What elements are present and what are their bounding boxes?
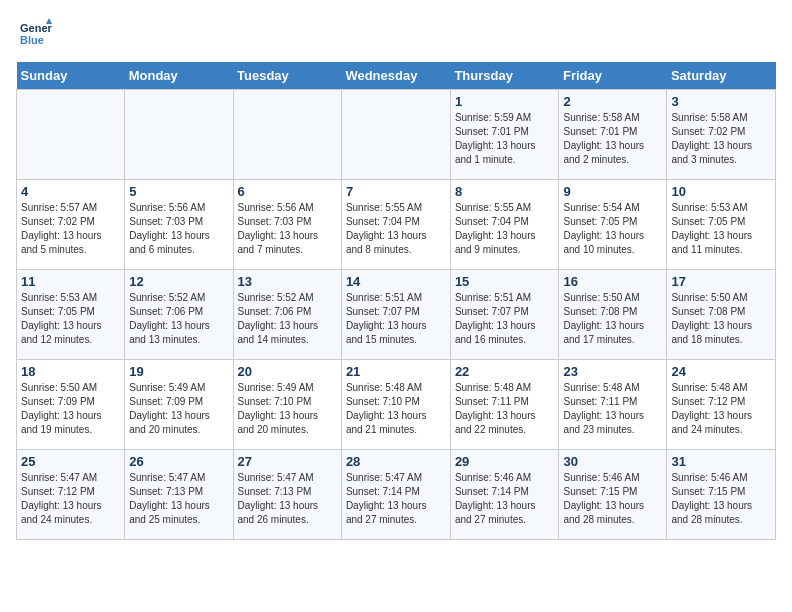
day-info: Sunrise: 5:57 AM Sunset: 7:02 PM Dayligh…: [21, 201, 120, 257]
day-number: 17: [671, 274, 771, 289]
calendar-cell: 28Sunrise: 5:47 AM Sunset: 7:14 PM Dayli…: [341, 450, 450, 540]
calendar-cell: 27Sunrise: 5:47 AM Sunset: 7:13 PM Dayli…: [233, 450, 341, 540]
day-number: 11: [21, 274, 120, 289]
calendar-cell: 13Sunrise: 5:52 AM Sunset: 7:06 PM Dayli…: [233, 270, 341, 360]
calendar-cell: 18Sunrise: 5:50 AM Sunset: 7:09 PM Dayli…: [17, 360, 125, 450]
day-number: 13: [238, 274, 337, 289]
day-number: 15: [455, 274, 555, 289]
calendar-cell: [233, 90, 341, 180]
day-number: 6: [238, 184, 337, 199]
day-info: Sunrise: 5:47 AM Sunset: 7:13 PM Dayligh…: [238, 471, 337, 527]
svg-text:Blue: Blue: [20, 34, 44, 46]
calendar-cell: 6Sunrise: 5:56 AM Sunset: 7:03 PM Daylig…: [233, 180, 341, 270]
day-info: Sunrise: 5:48 AM Sunset: 7:10 PM Dayligh…: [346, 381, 446, 437]
day-info: Sunrise: 5:51 AM Sunset: 7:07 PM Dayligh…: [455, 291, 555, 347]
day-info: Sunrise: 5:46 AM Sunset: 7:14 PM Dayligh…: [455, 471, 555, 527]
calendar-cell: [341, 90, 450, 180]
day-number: 10: [671, 184, 771, 199]
week-row-3: 11Sunrise: 5:53 AM Sunset: 7:05 PM Dayli…: [17, 270, 776, 360]
day-info: Sunrise: 5:53 AM Sunset: 7:05 PM Dayligh…: [671, 201, 771, 257]
day-info: Sunrise: 5:58 AM Sunset: 7:02 PM Dayligh…: [671, 111, 771, 167]
days-header-row: SundayMondayTuesdayWednesdayThursdayFrid…: [17, 62, 776, 90]
day-header-tuesday: Tuesday: [233, 62, 341, 90]
calendar-cell: 5Sunrise: 5:56 AM Sunset: 7:03 PM Daylig…: [125, 180, 233, 270]
calendar-cell: 22Sunrise: 5:48 AM Sunset: 7:11 PM Dayli…: [450, 360, 559, 450]
day-info: Sunrise: 5:51 AM Sunset: 7:07 PM Dayligh…: [346, 291, 446, 347]
calendar-cell: 26Sunrise: 5:47 AM Sunset: 7:13 PM Dayli…: [125, 450, 233, 540]
calendar-cell: 16Sunrise: 5:50 AM Sunset: 7:08 PM Dayli…: [559, 270, 667, 360]
calendar-cell: 12Sunrise: 5:52 AM Sunset: 7:06 PM Dayli…: [125, 270, 233, 360]
calendar-cell: 4Sunrise: 5:57 AM Sunset: 7:02 PM Daylig…: [17, 180, 125, 270]
day-info: Sunrise: 5:49 AM Sunset: 7:10 PM Dayligh…: [238, 381, 337, 437]
day-number: 3: [671, 94, 771, 109]
day-header-monday: Monday: [125, 62, 233, 90]
day-info: Sunrise: 5:56 AM Sunset: 7:03 PM Dayligh…: [238, 201, 337, 257]
calendar-cell: 21Sunrise: 5:48 AM Sunset: 7:10 PM Dayli…: [341, 360, 450, 450]
day-info: Sunrise: 5:52 AM Sunset: 7:06 PM Dayligh…: [238, 291, 337, 347]
week-row-4: 18Sunrise: 5:50 AM Sunset: 7:09 PM Dayli…: [17, 360, 776, 450]
day-info: Sunrise: 5:47 AM Sunset: 7:12 PM Dayligh…: [21, 471, 120, 527]
day-header-wednesday: Wednesday: [341, 62, 450, 90]
day-number: 28: [346, 454, 446, 469]
calendar-cell: 10Sunrise: 5:53 AM Sunset: 7:05 PM Dayli…: [667, 180, 776, 270]
day-number: 25: [21, 454, 120, 469]
day-number: 14: [346, 274, 446, 289]
week-row-2: 4Sunrise: 5:57 AM Sunset: 7:02 PM Daylig…: [17, 180, 776, 270]
day-number: 24: [671, 364, 771, 379]
day-info: Sunrise: 5:50 AM Sunset: 7:08 PM Dayligh…: [563, 291, 662, 347]
calendar-cell: 30Sunrise: 5:46 AM Sunset: 7:15 PM Dayli…: [559, 450, 667, 540]
day-info: Sunrise: 5:53 AM Sunset: 7:05 PM Dayligh…: [21, 291, 120, 347]
calendar-cell: [125, 90, 233, 180]
day-info: Sunrise: 5:49 AM Sunset: 7:09 PM Dayligh…: [129, 381, 228, 437]
day-info: Sunrise: 5:50 AM Sunset: 7:09 PM Dayligh…: [21, 381, 120, 437]
day-info: Sunrise: 5:50 AM Sunset: 7:08 PM Dayligh…: [671, 291, 771, 347]
day-number: 8: [455, 184, 555, 199]
day-number: 29: [455, 454, 555, 469]
day-number: 2: [563, 94, 662, 109]
day-header-friday: Friday: [559, 62, 667, 90]
day-info: Sunrise: 5:59 AM Sunset: 7:01 PM Dayligh…: [455, 111, 555, 167]
day-info: Sunrise: 5:46 AM Sunset: 7:15 PM Dayligh…: [563, 471, 662, 527]
calendar-cell: 31Sunrise: 5:46 AM Sunset: 7:15 PM Dayli…: [667, 450, 776, 540]
calendar-cell: 8Sunrise: 5:55 AM Sunset: 7:04 PM Daylig…: [450, 180, 559, 270]
calendar-cell: 17Sunrise: 5:50 AM Sunset: 7:08 PM Dayli…: [667, 270, 776, 360]
day-number: 4: [21, 184, 120, 199]
calendar-cell: 1Sunrise: 5:59 AM Sunset: 7:01 PM Daylig…: [450, 90, 559, 180]
logo: General Blue: [16, 16, 58, 52]
day-info: Sunrise: 5:52 AM Sunset: 7:06 PM Dayligh…: [129, 291, 228, 347]
day-info: Sunrise: 5:54 AM Sunset: 7:05 PM Dayligh…: [563, 201, 662, 257]
calendar-cell: 9Sunrise: 5:54 AM Sunset: 7:05 PM Daylig…: [559, 180, 667, 270]
day-number: 30: [563, 454, 662, 469]
calendar-cell: [17, 90, 125, 180]
day-number: 20: [238, 364, 337, 379]
day-number: 5: [129, 184, 228, 199]
day-number: 19: [129, 364, 228, 379]
day-number: 9: [563, 184, 662, 199]
day-info: Sunrise: 5:46 AM Sunset: 7:15 PM Dayligh…: [671, 471, 771, 527]
day-info: Sunrise: 5:55 AM Sunset: 7:04 PM Dayligh…: [346, 201, 446, 257]
day-number: 22: [455, 364, 555, 379]
week-row-1: 1Sunrise: 5:59 AM Sunset: 7:01 PM Daylig…: [17, 90, 776, 180]
day-info: Sunrise: 5:48 AM Sunset: 7:11 PM Dayligh…: [455, 381, 555, 437]
header: General Blue: [16, 16, 776, 52]
calendar-cell: 7Sunrise: 5:55 AM Sunset: 7:04 PM Daylig…: [341, 180, 450, 270]
day-number: 18: [21, 364, 120, 379]
day-number: 21: [346, 364, 446, 379]
day-info: Sunrise: 5:47 AM Sunset: 7:13 PM Dayligh…: [129, 471, 228, 527]
day-number: 26: [129, 454, 228, 469]
calendar-cell: 11Sunrise: 5:53 AM Sunset: 7:05 PM Dayli…: [17, 270, 125, 360]
day-number: 23: [563, 364, 662, 379]
day-info: Sunrise: 5:56 AM Sunset: 7:03 PM Dayligh…: [129, 201, 228, 257]
day-number: 27: [238, 454, 337, 469]
day-header-saturday: Saturday: [667, 62, 776, 90]
calendar-cell: 23Sunrise: 5:48 AM Sunset: 7:11 PM Dayli…: [559, 360, 667, 450]
calendar-cell: 29Sunrise: 5:46 AM Sunset: 7:14 PM Dayli…: [450, 450, 559, 540]
day-info: Sunrise: 5:58 AM Sunset: 7:01 PM Dayligh…: [563, 111, 662, 167]
calendar-cell: 20Sunrise: 5:49 AM Sunset: 7:10 PM Dayli…: [233, 360, 341, 450]
calendar-table: SundayMondayTuesdayWednesdayThursdayFrid…: [16, 62, 776, 540]
day-number: 16: [563, 274, 662, 289]
day-header-sunday: Sunday: [17, 62, 125, 90]
calendar-cell: 24Sunrise: 5:48 AM Sunset: 7:12 PM Dayli…: [667, 360, 776, 450]
day-number: 7: [346, 184, 446, 199]
calendar-cell: 25Sunrise: 5:47 AM Sunset: 7:12 PM Dayli…: [17, 450, 125, 540]
